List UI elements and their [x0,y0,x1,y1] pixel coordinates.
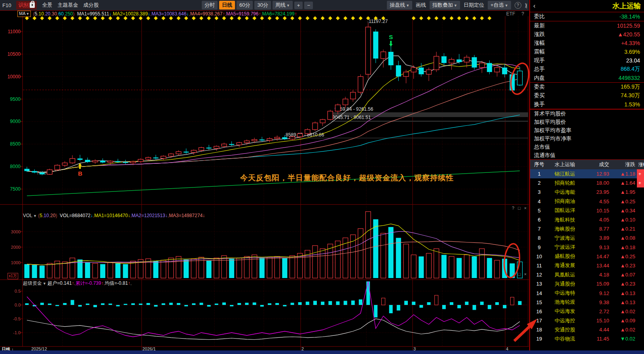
table-row[interactable]: 15渤海轮渡9.38▲0.13 [530,298,644,307]
scale-label: 2000 [3,245,21,250]
pane-maximize-icon[interactable]: □ [518,206,521,210]
table-row[interactable]: 6海航科技4.05▲0.10 [530,215,644,224]
zoom-in-button[interactable]: + [294,2,303,9]
index-overlay-button[interactable]: 指数叠加▼ [430,1,460,9]
help-icon[interactable]: ? [515,2,521,9]
pane-close-icon[interactable]: × [524,206,527,210]
metric-label: 加权平均市净率 [530,134,644,143]
svg-text:B: B [78,170,82,177]
table-cell: ▲0.18 [609,244,635,250]
table-row[interactable]: 11海通发展13.44▲0.23 [530,261,644,270]
zoom-out-button[interactable]: − [304,2,313,9]
table-row[interactable]: 17中远海控15.10▲0.09 [530,316,644,325]
table-cell: 海通发展 [548,262,581,269]
back-chevron-icon[interactable]: ‹ [533,2,536,10]
table-row[interactable]: 16中远海发2.72▲0.02 [530,307,644,316]
indicator-segment: 5 [40,213,42,218]
table-row[interactable]: 13兴通股份15.09▲0.23 [530,279,644,288]
panorama-button[interactable]: 全景 [42,2,52,9]
table-cell [637,206,644,215]
indicator-segment: MA2=12021513 [132,213,165,218]
table-cell [637,243,644,252]
table-cell: 19 [530,336,548,342]
date-locate-button[interactable]: 日期定位 [464,2,484,9]
table-cell: 12.93 [581,171,609,177]
table-cell: 宁波海运 [548,235,581,242]
volume-unit-label: x1万 [8,273,18,279]
chart-note-annotation: 今天反包阳，半日量能配合良好，超级资金流入，观察持续性 [240,173,454,183]
quote-row: 委卖165.9万 [530,83,644,91]
table-cell: ▲0.13 [609,299,635,305]
table-row[interactable]: 5国航远洋10.15▲0.34 [530,206,644,215]
trade-line-button[interactable]: 操盘线▼ [387,1,412,9]
table-row[interactable]: 10盛航股份14.47▲0.25 [530,252,644,261]
recognize-label: 识别 [18,2,28,9]
table-cell [637,233,644,242]
tab-30min[interactable]: 30分 [254,1,271,9]
vol-pane-controls: ? □ × [512,206,527,210]
indicator-segment: 10 [44,213,49,218]
scale-label: 9000 [3,119,21,124]
table-cell: 招商轮船 [548,180,581,187]
table-cell: 中远海控 [548,317,581,324]
tab-60min[interactable]: 60分 [237,1,253,9]
collapse-panel-icon[interactable]: ⟩| [525,2,527,8]
table-cell: 5 [530,208,548,214]
add-watchlist-button[interactable]: +自选▼ [488,1,511,9]
pane-help-icon[interactable]: ? [512,206,514,210]
table-row[interactable]: 8宁波海运3.89▲0.08 [530,233,644,242]
draw-line-button[interactable]: 画线 [416,2,426,9]
table-row[interactable]: 4招商南油4.55▲0.25 [530,197,644,206]
table-cell: 4.44 [581,327,609,333]
table-cell [637,261,644,270]
ma-indicator-bar: MA▼ (5,10,20,30,60,250) MA1=9955.511↓,MA… [0,11,529,17]
table-row[interactable]: 14中远海特9.12▲0.13 [530,288,644,297]
f10-button[interactable]: F10 [2,2,11,8]
table-cell: ▲0.10 [609,217,635,223]
fund-selector[interactable]: 超级资金▼ [23,280,47,287]
table-cell: 11 [530,263,548,269]
chevron-down-icon: ▼ [33,214,37,218]
table-row[interactable]: 19中谷物流11.45▼0.02 [530,334,644,343]
tab-intraday[interactable]: 分时 [202,1,218,9]
scale-label: 9500 [3,97,21,102]
sector-title: 水上运输 [612,1,641,11]
table-cell: 15.10 [581,318,609,324]
recognize-button[interactable]: 识别 [16,1,37,9]
vol-selector-label: VOL [23,213,32,218]
ma-selector[interactable]: MA▼ [17,11,31,17]
tab-weekly[interactable]: 周线▼ [273,1,293,9]
indicator-segment: MA5=9159.796 [226,11,259,17]
metric-label: 算术平均股价 [530,110,644,118]
quote-row: 总手868.4万 [530,65,644,74]
quote-row: 内盘4498332 [530,74,644,82]
table-row[interactable]: 18安通控股4.44▲0.02 [530,325,644,334]
trade-line-label: 操盘线 [390,2,405,8]
table-cell: 中远海发 [548,308,581,315]
table-row[interactable]: 1锦江航运12.93▲1.18+ [530,169,644,178]
table-cell: 6 [530,217,548,223]
table-row[interactable]: 7海峡股份8.77▲0.21 [530,224,644,233]
table-cell [637,270,644,279]
vol-selector[interactable]: VOL▼ [23,213,38,218]
table-row[interactable]: 12凤凰航运4.18▲0.07 [530,270,644,279]
bottom-position-bar[interactable] [0,350,644,354]
pane-maximize-icon[interactable]: □ [518,272,521,276]
table-row[interactable]: 9宁波远洋9.13▲0.18 [530,243,644,252]
table-row[interactable]: 3中远海能23.95▲1.95 [530,187,644,197]
table-cell: ▲1.95 [609,189,635,195]
pane-close-icon[interactable]: × [524,272,527,276]
theme-fund-button[interactable]: 主题基金 [57,2,78,9]
chart-help-icon[interactable]: ? [521,11,524,17]
table-cell: 中远海特 [548,290,581,297]
table-cell: ▲0.25 [609,254,635,259]
tab-daily[interactable]: 日线 [219,1,235,9]
etf-label[interactable]: ETF [506,11,515,17]
table-row[interactable]: 2招商轮船18.00▲1.64+ [530,178,644,187]
scale-label: 0.0 [3,303,21,307]
pane-help-icon[interactable]: ? [512,272,514,276]
quote-row: 换手1.53% [530,100,644,109]
table-cell: 渤海轮渡 [548,299,581,306]
table-cell [637,298,644,307]
constituents-button[interactable]: 成分股 [83,2,98,9]
